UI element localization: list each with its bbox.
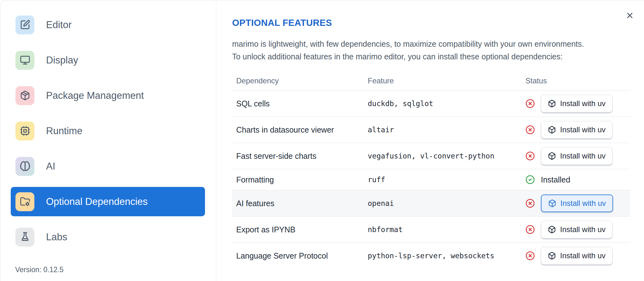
installed-status-text: Installed bbox=[541, 175, 570, 184]
dependencies-table: Dependency Feature Status SQL cells duck… bbox=[232, 71, 630, 269]
install-button-label: Install with uv bbox=[560, 99, 606, 108]
sidebar-item-labs[interactable]: Labs bbox=[11, 222, 205, 252]
package-icon bbox=[15, 86, 34, 105]
table-row: Language Server Protocol python-lsp-serv… bbox=[232, 243, 630, 269]
close-icon[interactable] bbox=[624, 10, 635, 21]
not-installed-icon bbox=[525, 99, 535, 108]
sidebar-item-editor[interactable]: Editor bbox=[11, 10, 205, 39]
description-line: marimo is lightweight, with few dependen… bbox=[232, 39, 584, 48]
status-cell: Install with uv bbox=[521, 194, 630, 212]
cpu-icon bbox=[15, 122, 34, 140]
version-label: Version: 0.12.5 bbox=[11, 266, 205, 281]
table-row: AI features openai Install with uv bbox=[232, 190, 630, 217]
box-icon bbox=[548, 152, 556, 160]
sidebar-item-label: Package Management bbox=[46, 90, 144, 101]
status-cell: Installed bbox=[521, 173, 630, 186]
dependency-cell: SQL cells bbox=[232, 99, 364, 108]
monitor-icon bbox=[15, 51, 34, 70]
box-icon bbox=[548, 199, 556, 207]
install-with-uv-button[interactable]: Install with uv bbox=[541, 147, 612, 165]
feature-cell: duckdb, sqlglot bbox=[364, 99, 521, 108]
box-icon bbox=[548, 99, 556, 108]
sidebar-item-package-management[interactable]: Package Management bbox=[11, 81, 205, 110]
feature-cell: altair bbox=[364, 126, 521, 134]
feature-cell: nbformat bbox=[364, 225, 521, 234]
dependency-cell: Export as IPYNB bbox=[232, 225, 364, 234]
sidebar-item-display[interactable]: Display bbox=[11, 45, 205, 75]
status-cell: Install with uv bbox=[521, 221, 630, 238]
not-installed-icon bbox=[525, 151, 535, 161]
install-button-label: Install with uv bbox=[560, 225, 606, 234]
column-header-status: Status bbox=[521, 76, 630, 85]
status-cell: Install with uv bbox=[521, 247, 630, 265]
install-button-label: Install with uv bbox=[560, 199, 606, 208]
install-with-uv-button[interactable]: Install with uv bbox=[541, 121, 612, 139]
feature-cell: vegafusion, vl-convert-python bbox=[364, 152, 521, 160]
table-row: Charts in datasource viewer altair Insta… bbox=[232, 117, 630, 143]
not-installed-icon bbox=[525, 225, 535, 234]
sidebar-item-optional-dependencies[interactable]: Optional Dependencies bbox=[11, 187, 205, 216]
status-cell: Install with uv bbox=[521, 147, 630, 165]
status-cell: Install with uv bbox=[521, 95, 630, 112]
install-with-uv-button[interactable]: Install with uv bbox=[541, 95, 612, 112]
dependency-cell: AI features bbox=[232, 199, 364, 208]
install-with-uv-button[interactable]: Install with uv bbox=[541, 194, 613, 212]
settings-dialog: Editor Display Package Management bbox=[0, 0, 644, 281]
folder-cog-icon bbox=[15, 192, 34, 211]
install-with-uv-button[interactable]: Install with uv bbox=[541, 221, 612, 238]
dependency-cell: Fast server-side charts bbox=[232, 152, 364, 161]
not-installed-icon bbox=[525, 251, 535, 260]
box-icon bbox=[548, 126, 556, 134]
feature-cell: ruff bbox=[364, 176, 521, 184]
install-with-uv-button[interactable]: Install with uv bbox=[541, 247, 612, 265]
sidebar-item-label: Runtime bbox=[46, 125, 82, 137]
description-line: To unlock additional features in the mar… bbox=[232, 52, 563, 61]
install-button-label: Install with uv bbox=[560, 125, 606, 134]
dependency-cell: Formatting bbox=[232, 175, 364, 184]
flask-icon bbox=[15, 228, 34, 247]
sidebar-item-label: Display bbox=[46, 55, 78, 66]
feature-cell: python-lsp-server, websockets bbox=[364, 252, 521, 260]
install-button-label: Install with uv bbox=[560, 152, 606, 160]
table-row: Fast server-side charts vegafusion, vl-c… bbox=[232, 143, 630, 169]
install-button-label: Install with uv bbox=[560, 251, 606, 260]
installed-check-icon bbox=[525, 175, 535, 184]
table-header-row: Dependency Feature Status bbox=[232, 71, 630, 91]
sidebar-item-ai[interactable]: AI bbox=[11, 152, 205, 181]
not-installed-icon bbox=[525, 125, 535, 135]
dependency-cell: Charts in datasource viewer bbox=[232, 125, 364, 135]
dependency-cell: Language Server Protocol bbox=[232, 251, 364, 260]
table-row: Export as IPYNB nbformat Install with uv bbox=[232, 217, 630, 243]
settings-sidebar: Editor Display Package Management bbox=[0, 0, 216, 281]
box-icon bbox=[548, 252, 556, 260]
sidebar-item-label: Labs bbox=[46, 231, 67, 243]
sidebar-item-label: Optional Dependencies bbox=[46, 196, 148, 207]
square-pen-icon bbox=[15, 15, 34, 34]
column-header-dependency: Dependency bbox=[232, 76, 364, 85]
feature-cell: openai bbox=[364, 199, 521, 207]
optional-features-panel: OPTIONAL FEATURES marimo is lightweight,… bbox=[216, 0, 644, 281]
sidebar-item-label: AI bbox=[46, 161, 55, 172]
column-header-feature: Feature bbox=[364, 76, 521, 85]
description: marimo is lightweight, with few dependen… bbox=[232, 38, 630, 63]
not-installed-icon bbox=[525, 199, 535, 208]
sidebar-item-label: Editor bbox=[46, 19, 72, 31]
sidebar-item-runtime[interactable]: Runtime bbox=[11, 116, 205, 146]
brain-icon bbox=[15, 157, 34, 176]
table-row: Formatting ruff Installed bbox=[232, 169, 630, 190]
status-cell: Install with uv bbox=[521, 121, 630, 139]
box-icon bbox=[548, 225, 556, 234]
table-row: SQL cells duckdb, sqlglot Install with u… bbox=[232, 91, 630, 117]
page-title: OPTIONAL FEATURES bbox=[232, 18, 630, 28]
